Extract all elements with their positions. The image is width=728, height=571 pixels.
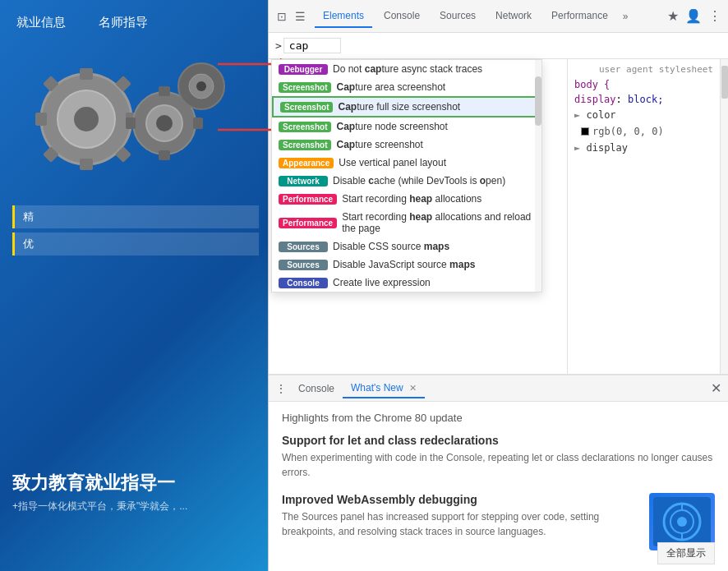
ac-badge-performance-1: Performance xyxy=(279,194,337,205)
color-value-row: rgb(0, 0, 0) xyxy=(568,124,720,139)
ac-badge-screenshot-full: Screenshot xyxy=(280,102,333,113)
ac-item-appearance[interactable]: Appearance Use vertical panel layout xyxy=(272,154,541,172)
update-desc-2: The Sources panel has increased support … xyxy=(282,509,636,539)
svg-point-21 xyxy=(196,81,206,91)
ac-badge-console: Console xyxy=(279,278,328,288)
highlight-box2: 优 xyxy=(12,233,259,256)
ac-text-screenshot: Capture screenshot xyxy=(336,139,422,150)
ac-badge-performance-2: Performance xyxy=(279,218,337,228)
inspect-icon[interactable]: ⊡ xyxy=(275,10,288,23)
ac-item-screenshot-area[interactable]: Screenshot Capture area screenshot xyxy=(272,78,541,96)
update-section-1: Support for let and class redeclarations… xyxy=(282,434,715,480)
selector-line: body { xyxy=(568,76,720,93)
ac-badge-sources-js: Sources xyxy=(279,260,328,270)
ac-item-sources-js[interactable]: Sources Disable JavaScript source maps xyxy=(272,256,541,274)
ac-item-console[interactable]: Console Create live expression xyxy=(272,274,541,292)
ac-text-console: Create live expression xyxy=(333,277,431,288)
ac-text-performance-1: Start recording heap allocations xyxy=(342,193,481,205)
bottom-tabs: ⋮ Console What's New ✕ ✕ xyxy=(269,375,728,402)
nav-item-2[interactable]: 名师指导 xyxy=(99,15,148,30)
styles-header: user agent stylesheet xyxy=(568,62,720,76)
update-text-2: Improved WebAssembly debugging The Sourc… xyxy=(282,493,636,550)
svg-rect-6 xyxy=(35,113,47,126)
ac-text-performance-2: Start recording heap allocations and rel… xyxy=(342,211,535,234)
scrollbar-thumb xyxy=(721,66,728,99)
update-heading-1: Support for let and class redeclarations xyxy=(282,434,715,447)
close-bottom-panel[interactable]: ✕ xyxy=(711,380,721,396)
update-desc-1: When experimenting with code in the Cons… xyxy=(282,450,715,480)
update-heading-2: Improved WebAssembly debugging xyxy=(282,493,636,506)
devtools-icons: ⊡ ☰ xyxy=(275,10,306,23)
settings-icon[interactable]: ★ xyxy=(667,8,679,24)
ac-item-screenshot[interactable]: Screenshot Capture screenshot xyxy=(272,136,541,154)
ac-badge-screenshot-area: Screenshot xyxy=(279,82,331,93)
device-icon[interactable]: ☰ xyxy=(293,10,306,23)
bottom-dots-icon[interactable]: ⋮ xyxy=(275,382,287,395)
command-input-area: > xyxy=(269,33,728,59)
bottom-tab-whatsnew[interactable]: What's New ✕ xyxy=(343,379,425,398)
command-prompt: > xyxy=(275,39,282,52)
color-row: ► color xyxy=(568,106,720,124)
ac-text-appearance: Use vertical panel layout xyxy=(339,157,446,168)
ac-text-screenshot-area: Capture area screenshot xyxy=(336,81,445,93)
more-options-icon[interactable]: ⋮ xyxy=(708,8,721,24)
close-whatsnew-tab[interactable]: ✕ xyxy=(409,383,417,393)
autocomplete-dropdown: Debugger Do not capture async stack trac… xyxy=(271,59,542,292)
ac-item-sources-css[interactable]: Sources Disable CSS source maps xyxy=(272,237,541,256)
ac-item-performance-2[interactable]: Performance Start recording heap allocat… xyxy=(272,208,541,237)
tab-network[interactable]: Network xyxy=(487,5,540,28)
bottom-tab-console[interactable]: Console xyxy=(290,380,343,398)
ac-text-screenshot-node: Capture node screenshot xyxy=(336,121,447,132)
tab-performance[interactable]: Performance xyxy=(543,5,616,28)
website-nav: 就业信息 名师指导 xyxy=(0,0,271,45)
ac-item-screenshot-full[interactable]: Screenshot Capture full size screenshot xyxy=(272,96,541,117)
nav-item-1[interactable]: 就业信息 xyxy=(16,15,66,30)
website-bottom: 致力教育就业指导一 +指导一体化模式平台，秉承"学就会，... xyxy=(0,463,271,522)
tab-console[interactable]: Console xyxy=(376,5,428,28)
command-input[interactable] xyxy=(283,38,341,53)
svg-rect-17 xyxy=(126,117,136,129)
ac-scrollbar[interactable] xyxy=(535,60,541,292)
ac-text-sources-js: Disable JavaScript source maps xyxy=(333,259,475,270)
right-scrollbar[interactable] xyxy=(720,59,728,374)
gear-image xyxy=(21,53,251,185)
ac-item-debugger[interactable]: Debugger Do not capture async stack trac… xyxy=(272,60,541,78)
svg-rect-5 xyxy=(80,159,93,170)
ac-item-performance-1[interactable]: Performance Start recording heap allocat… xyxy=(272,190,541,208)
svg-rect-4 xyxy=(80,68,93,80)
tab-sources[interactable]: Sources xyxy=(431,5,484,28)
ac-badge-debugger: Debugger xyxy=(279,64,328,75)
ac-scrollbar-thumb xyxy=(535,76,541,126)
svg-rect-16 xyxy=(159,150,170,160)
website-text: 精 优 xyxy=(0,193,271,268)
update-text-1: Support for let and class redeclarations… xyxy=(282,434,715,480)
svg-point-29 xyxy=(677,517,687,527)
tab-elements[interactable]: Elements xyxy=(315,5,372,28)
ac-badge-appearance: Appearance xyxy=(279,158,334,168)
svg-point-14 xyxy=(156,115,173,131)
ac-badge-screenshot-node: Screenshot xyxy=(279,122,331,132)
ac-badge-network: Network xyxy=(279,176,328,186)
highlight-box: 精 xyxy=(12,205,259,228)
whats-new-title: Highlights from the Chrome 80 update xyxy=(282,412,715,424)
website-main-title: 致力教育就业指导一 xyxy=(12,471,259,495)
website-background: 就业信息 名师指导 xyxy=(0,0,271,571)
ac-badge-screenshot: Screenshot xyxy=(279,140,331,150)
more-tabs-button[interactable]: » xyxy=(620,11,632,22)
account-icon[interactable]: 👤 xyxy=(685,8,702,24)
ac-item-screenshot-node[interactable]: Screenshot Capture node screenshot xyxy=(272,117,541,136)
svg-rect-15 xyxy=(159,86,170,96)
website-subtitle: +指导一体化模式平台，秉承"学就会，... xyxy=(12,500,259,513)
devtools-topbar: ⊡ ☰ Elements Console Sources Network Per… xyxy=(269,0,728,33)
ac-text-network: Disable cache (while DevTools is open) xyxy=(333,175,505,186)
update-section-2: Improved WebAssembly debugging The Sourc… xyxy=(282,493,715,550)
display-row: ► display xyxy=(568,139,720,157)
svg-rect-18 xyxy=(193,117,203,129)
ac-badge-sources-css: Sources xyxy=(279,242,328,252)
devtools-bottom: ⋮ Console What's New ✕ ✕ Highlights from… xyxy=(269,374,728,571)
ac-item-network[interactable]: Network Disable cache (while DevTools is… xyxy=(272,172,541,190)
styles-panel: user agent stylesheet body { display: bl… xyxy=(568,59,720,374)
full-display-button[interactable]: 全部显示 xyxy=(657,542,715,564)
svg-point-3 xyxy=(74,107,99,131)
topbar-right: ★ 👤 ⋮ xyxy=(667,8,721,24)
